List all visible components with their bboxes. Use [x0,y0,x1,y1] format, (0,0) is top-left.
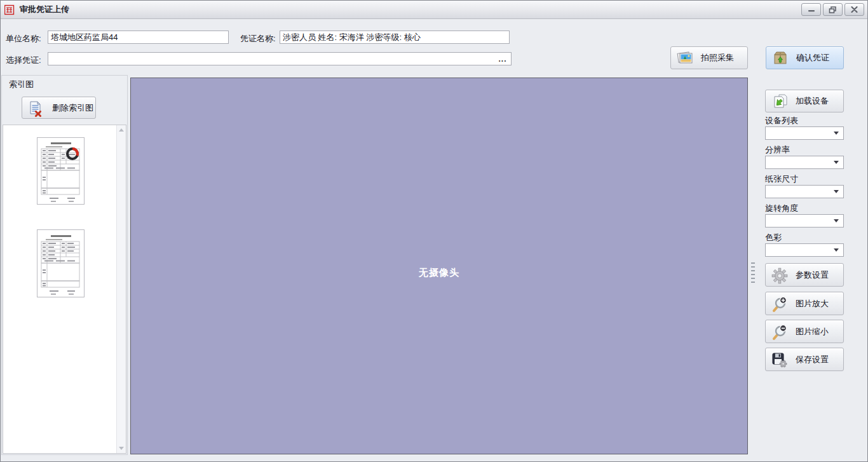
scroll-down-icon[interactable] [117,444,126,453]
color-mode-select[interactable] [765,243,844,257]
chevron-down-icon [834,132,839,135]
capture-button-label: 拍照采集 [701,52,734,64]
document-arrow-icon [771,93,788,109]
voucher-name-input[interactable] [280,31,510,44]
rotation-angle-select[interactable] [765,214,844,228]
delete-index-button-label: 删除索引图 [52,102,93,114]
zoom-in-icon [771,296,788,311]
confirm-button-label: 确认凭证 [796,52,829,64]
gear-icon [771,268,788,283]
unit-name-input[interactable] [48,31,229,44]
camera-preview: 无摄像头 [130,78,748,454]
zoom-out-icon [771,324,788,339]
parameter-settings-label: 参数设置 [796,269,829,281]
window-controls [801,3,864,16]
device-list-label: 设备列表 [765,115,798,126]
splitter-grip-icon [751,262,755,284]
index-thumbnail-list[interactable] [3,125,126,454]
save-settings-icon [771,352,788,367]
zoom-in-button[interactable]: 图片放大 [765,292,844,315]
app-window: 审批凭证上传 单位名称: 凭证名称: 选择凭证: ... [0,0,868,462]
paper-size-select[interactable] [765,185,844,198]
device-list-select[interactable] [765,126,844,140]
close-icon[interactable] [844,3,864,16]
save-settings-button[interactable]: 保存设置 [765,348,844,371]
scroll-up-icon[interactable] [117,125,126,135]
zoom-out-label: 图片缩小 [796,326,829,337]
thumbnail-list-scrollbar[interactable] [116,125,126,453]
thumbnail-document-2[interactable] [37,229,85,299]
vertical-splitter[interactable] [750,75,756,455]
load-device-button-label: 加载设备 [796,95,829,107]
select-voucher-input[interactable] [48,52,512,65]
confirm-button[interactable]: 确认凭证 [766,46,844,69]
index-panel-title: 索引图 [9,79,34,90]
index-panel: 索引图 删除索引图 [1,75,128,455]
parameter-settings-button[interactable]: 参数设置 [765,263,844,287]
rotation-angle-label: 旋转角度 [765,203,798,214]
delete-index-button[interactable]: 删除索引图 [22,97,96,119]
paper-size-label: 纸张尺寸 [765,173,798,185]
resolution-label: 分辨率 [765,144,790,156]
red-seal-icon [4,4,15,15]
zoom-out-button[interactable]: 图片缩小 [765,320,844,343]
zoom-in-label: 图片放大 [796,298,829,309]
package-up-icon [772,50,789,65]
window-title: 审批凭证上传 [20,4,69,15]
chevron-down-icon [834,161,839,164]
voucher-name-label: 凭证名称: [240,33,276,44]
capture-button[interactable]: 拍照采集 [670,46,748,69]
resolution-select[interactable] [765,156,844,169]
minimize-icon[interactable] [801,3,821,16]
chevron-down-icon [834,190,839,193]
restore-icon[interactable] [823,3,843,16]
photos-icon [677,50,693,65]
unit-name-label: 单位名称: [6,33,41,44]
titlebar[interactable]: 审批凭证上传 [1,1,867,19]
thumbnail-document-1[interactable] [37,137,85,207]
chevron-down-icon [834,219,839,222]
save-settings-label: 保存设置 [796,354,829,365]
browse-ellipsis-button[interactable]: ... [495,53,510,64]
color-mode-label: 色彩 [765,232,782,243]
no-camera-text: 无摄像头 [131,267,747,279]
load-device-button[interactable]: 加载设备 [765,90,844,112]
chevron-down-icon [834,248,839,252]
document-delete-icon [28,100,44,116]
select-voucher-label: 选择凭证: [6,55,41,66]
